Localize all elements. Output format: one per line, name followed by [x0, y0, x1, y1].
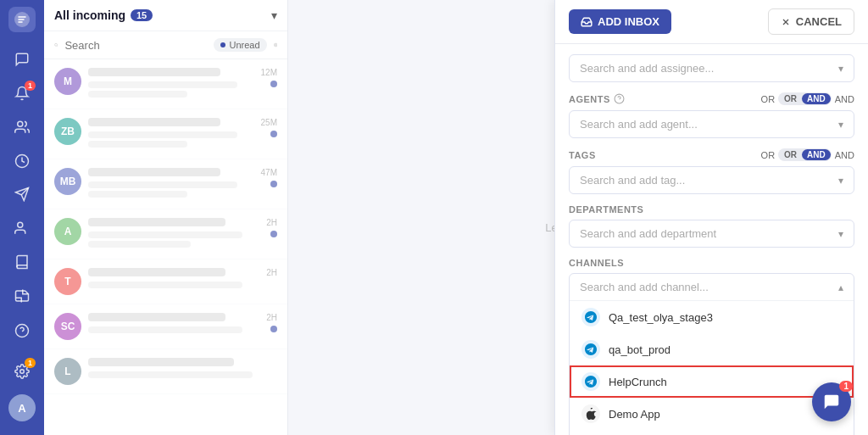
tags-toggle-or[interactable]: OR: [779, 149, 802, 160]
channels-label-row: CHANNELS: [569, 258, 854, 268]
conv-search-input[interactable]: [64, 39, 207, 52]
list-item[interactable]: M 12M: [44, 59, 287, 109]
filter-header: ADD INBOX CANCEL: [555, 0, 868, 44]
channels-search-row[interactable]: Search and add channel... ▴: [570, 274, 854, 301]
agents-toggle-and[interactable]: AND: [802, 93, 831, 104]
agents-field[interactable]: Search and add agent... ▾: [569, 110, 854, 138]
filter-body: Search and add assignee... ▾ AGENTS: [555, 44, 868, 435]
conv-msg-bar: [88, 181, 237, 188]
sidebar: 1: [0, 0, 44, 435]
conv-msg-bar: [88, 282, 242, 288]
sidebar-item-help[interactable]: [7, 315, 37, 346]
tags-toggle-and[interactable]: AND: [802, 149, 831, 160]
telegram-icon: [581, 308, 600, 326]
tags-section: TAGS OR OR AND AND Search and add tag...: [569, 148, 854, 194]
list-item[interactable]: MB 47M: [44, 159, 287, 209]
avatar: ZB: [54, 118, 81, 145]
agents-toggle-pill[interactable]: OR AND: [778, 92, 832, 105]
tags-field[interactable]: Search and add tag... ▾: [569, 166, 854, 194]
assignee-field[interactable]: Search and add assignee... ▾: [569, 54, 854, 82]
conv-name-bar: [88, 268, 225, 276]
conv-msg-bar: [88, 81, 237, 88]
tags-and-label: AND: [835, 150, 854, 160]
assignee-chevron-icon: ▾: [838, 63, 843, 75]
channel-name: qa_bot_prod: [609, 343, 670, 356]
list-item[interactable]: Agent App: [570, 430, 854, 435]
conv-meta: 2H: [266, 313, 277, 332]
list-item[interactable]: T 2H: [44, 259, 287, 304]
conv-time: 12M: [261, 68, 277, 77]
sidebar-item-notifications[interactable]: 1: [7, 79, 37, 108]
channel-name: HelpCrunch: [609, 376, 667, 388]
svg-point-5: [18, 223, 23, 228]
conv-msg-bar: [88, 131, 237, 138]
sidebar-item-automation[interactable]: [7, 282, 37, 310]
agents-section: AGENTS OR OR AND AND: [569, 92, 854, 138]
agents-toggle-or[interactable]: OR: [779, 93, 802, 104]
list-item[interactable]: qa_bot_prod: [570, 333, 854, 365]
departments-section: DEPARTMENTS Search and add department ▾: [569, 204, 854, 248]
tags-or-label: OR: [761, 150, 776, 160]
list-item[interactable]: HelpCrunch: [570, 365, 854, 398]
conv-content: [88, 118, 254, 150]
settings-icon[interactable]: [274, 39, 277, 51]
filter-panel: ADD INBOX CANCEL Search and add assignee…: [554, 0, 868, 435]
list-item[interactable]: Demo App: [570, 398, 854, 430]
sidebar-item-history[interactable]: [7, 147, 37, 176]
sidebar-item-conversations[interactable]: [7, 45, 37, 74]
sidebar-item-knowledge[interactable]: [7, 248, 37, 276]
list-item[interactable]: L: [44, 349, 287, 394]
sidebar-logo: [8, 7, 36, 32]
agents-or-label: OR: [761, 94, 776, 104]
unread-label: Unread: [229, 40, 259, 50]
cancel-label: CANCEL: [796, 15, 842, 28]
add-inbox-button[interactable]: ADD INBOX: [569, 9, 671, 34]
departments-placeholder: Search and add department: [580, 227, 716, 240]
chat-widget-badge: 1: [839, 381, 853, 392]
notification-badge: 1: [25, 81, 36, 91]
unread-indicator: [270, 131, 277, 137]
conv-meta: 2H: [266, 268, 277, 277]
conv-time: 2H: [266, 313, 277, 322]
user-avatar[interactable]: A: [8, 394, 36, 421]
departments-field[interactable]: Search and add department ▾: [569, 220, 854, 248]
tags-label: TAGS: [569, 150, 596, 160]
unread-indicator: [270, 326, 277, 332]
list-item[interactable]: A 2H: [44, 209, 287, 259]
conv-msg-bar: [88, 326, 242, 333]
cancel-button[interactable]: CANCEL: [768, 8, 854, 35]
conv-search-bar: Unread: [44, 31, 287, 59]
agents-help-icon[interactable]: [614, 93, 625, 104]
chat-widget-icon: [822, 393, 841, 411]
channels-chevron-up-icon: ▴: [838, 282, 843, 293]
conv-time: 47M: [261, 168, 277, 177]
conv-list-chevron-icon[interactable]: ▾: [271, 8, 277, 22]
conv-content: [88, 218, 259, 250]
channel-list: Qa_test_olya_stage3 qa_bot_prod: [570, 301, 854, 435]
avatar: M: [54, 68, 81, 95]
avatar: A: [54, 218, 81, 245]
sidebar-item-reports[interactable]: [7, 214, 37, 243]
unread-indicator: [270, 231, 277, 237]
conv-content: [88, 168, 254, 200]
departments-chevron-icon: ▾: [838, 228, 843, 240]
conv-count-badge: 15: [131, 9, 153, 21]
tags-or-and-toggle: OR OR AND AND: [761, 148, 854, 161]
avatar: L: [54, 358, 81, 385]
conv-meta: 25M: [261, 118, 277, 137]
add-inbox-label: ADD INBOX: [598, 15, 659, 28]
tags-placeholder: Search and add tag...: [580, 174, 685, 187]
telegram-icon: [581, 340, 600, 359]
agents-label: AGENTS: [569, 94, 610, 104]
unread-filter[interactable]: Unread: [214, 38, 266, 52]
list-item[interactable]: SC 2H: [44, 304, 287, 349]
sidebar-item-settings[interactable]: 1: [7, 356, 37, 387]
list-item[interactable]: ZB 25M: [44, 109, 287, 159]
tags-toggle-pill[interactable]: OR AND: [778, 148, 832, 161]
list-item[interactable]: Qa_test_olya_stage3: [570, 301, 854, 333]
chat-widget[interactable]: 1: [812, 382, 851, 421]
sidebar-item-contacts[interactable]: [7, 113, 37, 142]
conv-name-bar: [88, 118, 220, 126]
sidebar-item-email[interactable]: [7, 181, 37, 209]
channel-name: Qa_test_olya_stage3: [609, 311, 713, 324]
